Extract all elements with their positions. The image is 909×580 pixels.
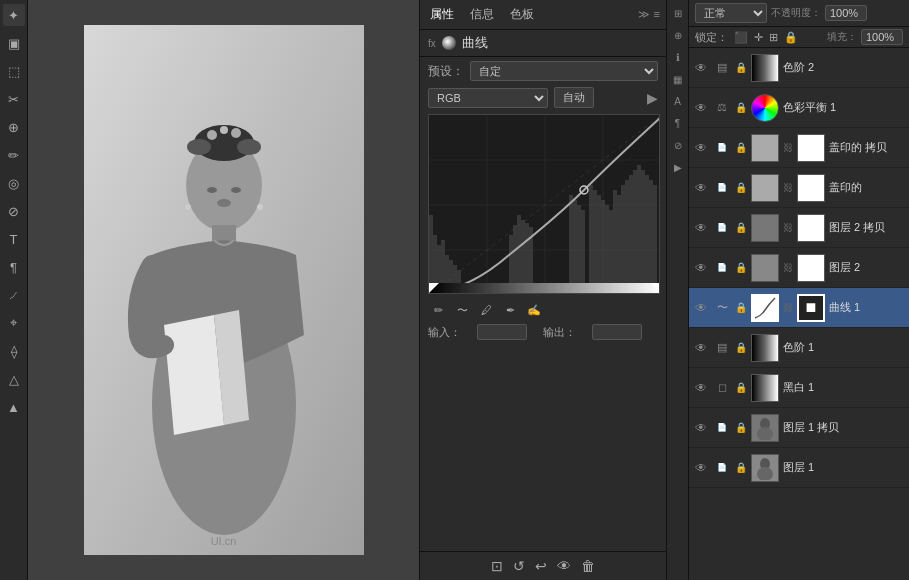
blend-mode-select[interactable]: 正常: [695, 3, 767, 23]
eye-dropper-gray[interactable]: ✒: [500, 300, 520, 320]
lock-all-icon[interactable]: 🔒: [784, 31, 798, 44]
mini-tool-7[interactable]: ⊘: [669, 136, 687, 154]
layer-item[interactable]: 👁 📄 🔒 ⛓ 盖印的 拷贝: [689, 128, 909, 168]
svg-rect-55: [645, 175, 649, 294]
panel-icons: ≫ ≡: [638, 8, 660, 21]
layer-eye-icon[interactable]: 👁: [693, 141, 709, 155]
pen-tool[interactable]: ⟋: [3, 284, 25, 306]
watermark-text: UI.cn: [211, 535, 237, 547]
marquee-tool[interactable]: ▣: [3, 32, 25, 54]
curves-tools: ✏ 〜 🖊 ✒ ✍: [420, 298, 666, 322]
eyedropper-tool[interactable]: ⊕: [3, 116, 25, 138]
layer-lock-icon: 🔒: [735, 142, 747, 153]
layer-item[interactable]: 👁 📄 🔒 ⛓ 图层 2 拷贝: [689, 208, 909, 248]
clone-tool[interactable]: ◎: [3, 172, 25, 194]
curve-graph-container[interactable]: [428, 114, 658, 294]
layer-eye-icon[interactable]: 👁: [693, 101, 709, 115]
auto-button[interactable]: 自动: [554, 87, 594, 108]
panel-options-icon[interactable]: ≡: [654, 8, 660, 21]
layer-item[interactable]: 👁 📄 🔒 图层 1: [689, 448, 909, 488]
undo-action-icon[interactable]: ↩: [535, 558, 547, 574]
layer-eye-icon[interactable]: 👁: [693, 421, 709, 435]
layer-eye-icon[interactable]: 👁: [693, 461, 709, 475]
zoom-tool[interactable]: △: [3, 368, 25, 390]
svg-point-63: [757, 427, 773, 440]
layer-item[interactable]: 👁 ⚖ 🔒 色彩平衡 1: [689, 88, 909, 128]
mini-tool-1[interactable]: ⊞: [669, 4, 687, 22]
channel-row: RGB 自动 ▶: [420, 85, 666, 110]
svg-rect-41: [589, 185, 593, 294]
clip-action-icon[interactable]: ⊡: [491, 558, 503, 574]
fill-input[interactable]: [861, 29, 903, 45]
preset-select[interactable]: 自定: [470, 61, 658, 81]
delete-action-icon[interactable]: 🗑: [581, 558, 595, 574]
smooth-tool[interactable]: 〜: [452, 300, 472, 320]
brush-tool[interactable]: ✏: [3, 144, 25, 166]
svg-rect-52: [633, 170, 637, 294]
svg-rect-51: [629, 175, 633, 294]
lock-label: 锁定：: [695, 30, 728, 45]
layer-eye-icon[interactable]: 👁: [693, 61, 709, 75]
layers-blend-row: 正常 不透明度：: [689, 0, 909, 27]
expand-icon[interactable]: ▶: [647, 90, 658, 106]
mini-tool-8[interactable]: ▶: [669, 158, 687, 176]
layer-lock-icon: 🔒: [735, 342, 747, 353]
layer-thumbnail: [751, 94, 779, 122]
pencil-curve-tool[interactable]: ✏: [428, 300, 448, 320]
svg-point-14: [257, 204, 263, 210]
layer-item[interactable]: 👁 ▤ 🔒 色阶 2: [689, 48, 909, 88]
extra-tool[interactable]: ▲: [3, 396, 25, 418]
canvas-image: UI.cn: [84, 25, 364, 555]
layer-item-curves[interactable]: 👁 〜 🔒 ⛓ ■ 曲线 1 ➜: [689, 288, 909, 328]
lock-pixels-icon[interactable]: ⬛: [734, 31, 748, 44]
crop-tool[interactable]: ✂: [3, 88, 25, 110]
mini-tool-6[interactable]: ¶: [669, 114, 687, 132]
eraser-tool[interactable]: ⊘: [3, 200, 25, 222]
layer-type-icon: 〜: [713, 300, 731, 315]
mini-tool-3[interactable]: ℹ: [669, 48, 687, 66]
layer-lock-icon: 🔒: [735, 302, 747, 313]
layer-eye-icon[interactable]: 👁: [693, 261, 709, 275]
layer-eye-icon[interactable]: 👁: [693, 221, 709, 235]
layer-eye-icon[interactable]: 👁: [693, 341, 709, 355]
svg-point-9: [207, 187, 217, 193]
channel-select[interactable]: RGB: [428, 88, 548, 108]
hand-tool[interactable]: ⟠: [3, 340, 25, 362]
path-tool[interactable]: ¶: [3, 256, 25, 278]
tab-info[interactable]: 信息: [466, 4, 498, 25]
mini-tool-2[interactable]: ⊕: [669, 26, 687, 44]
layer-item[interactable]: 👁 📄 🔒 ⛓ 图层 2: [689, 248, 909, 288]
io-row: 输入： 输出：: [420, 322, 666, 342]
layer-item[interactable]: 👁 ▤ 🔒 色阶 1: [689, 328, 909, 368]
layer-item[interactable]: 👁 ◻ 🔒 黑白 1: [689, 368, 909, 408]
eye-dropper-black[interactable]: 🖊: [476, 300, 496, 320]
layer-eye-icon[interactable]: 👁: [693, 381, 709, 395]
panel-menu-icon[interactable]: ≫: [638, 8, 650, 21]
layer-eye-icon[interactable]: 👁: [693, 181, 709, 195]
lock-artboard-icon[interactable]: ⊞: [769, 31, 778, 44]
layer-item[interactable]: 👁 📄 🔒 图层 1 拷贝: [689, 408, 909, 448]
layer-type-icon: 📄: [713, 263, 731, 272]
svg-point-10: [231, 187, 241, 193]
svg-point-8: [220, 126, 228, 134]
opacity-label: 不透明度：: [771, 6, 821, 20]
tab-swatches[interactable]: 色板: [506, 4, 538, 25]
mini-tool-4[interactable]: ▦: [669, 70, 687, 88]
output-value[interactable]: [592, 324, 642, 340]
mini-tool-5[interactable]: A: [669, 92, 687, 110]
tab-properties[interactable]: 属性: [426, 4, 458, 25]
refresh-action-icon[interactable]: ↺: [513, 558, 525, 574]
input-value[interactable]: [477, 324, 527, 340]
shape-tool[interactable]: ⌖: [3, 312, 25, 334]
layer-eye-icon[interactable]: 👁: [693, 301, 709, 315]
layer-lock-icon: 🔒: [735, 262, 747, 273]
eye-dropper-white[interactable]: ✍: [524, 300, 544, 320]
move-tool[interactable]: ✦: [3, 4, 25, 26]
text-tool[interactable]: T: [3, 228, 25, 250]
opacity-input[interactable]: [825, 5, 867, 21]
lasso-tool[interactable]: ⬚: [3, 60, 25, 82]
layer-item[interactable]: 👁 📄 🔒 ⛓ 盖印的: [689, 168, 909, 208]
visibility-action-icon[interactable]: 👁: [557, 558, 571, 574]
bottom-actions: ⊡ ↺ ↩ 👁 🗑: [420, 551, 666, 580]
lock-position-icon[interactable]: ✛: [754, 31, 763, 44]
